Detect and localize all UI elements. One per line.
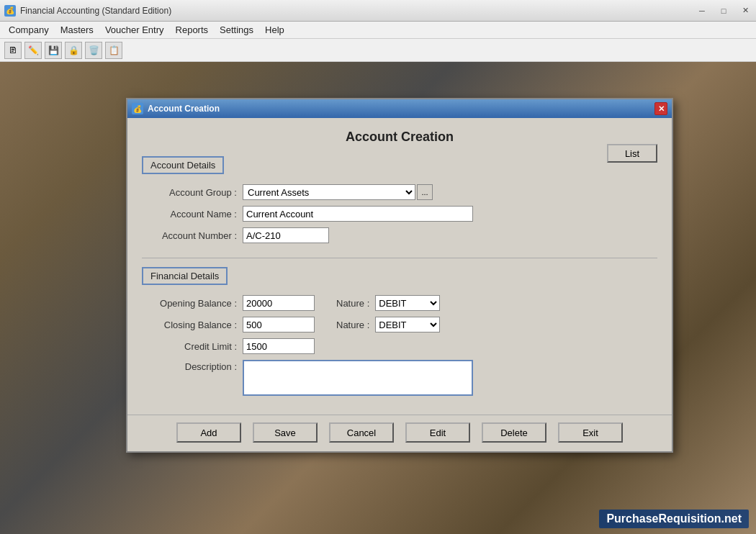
financial-details-form: Opening Balance : Nature : DEBIT CREDIT … (149, 295, 657, 396)
close-app-button[interactable]: ✕ (734, 0, 756, 21)
description-row: Description : (149, 360, 657, 396)
account-group-browse-button[interactable]: ... (417, 184, 433, 200)
app-title: Financial Accounting (Standard Edition) (20, 6, 691, 16)
nature-opening-select[interactable]: DEBIT CREDIT (375, 295, 440, 311)
account-creation-dialog: 💰 Account Creation ✕ Account Creation Li… (126, 98, 673, 453)
closing-balance-input[interactable] (243, 317, 315, 332)
menubar: Company Masters Voucher Entry Reports Se… (0, 22, 756, 39)
account-number-input[interactable] (243, 227, 329, 243)
account-group-select[interactable]: Current Assets Fixed Assets Liabilities … (243, 184, 415, 200)
opening-balance-label: Opening Balance : (149, 298, 243, 309)
account-name-row: Account Name : (149, 206, 657, 222)
exit-button[interactable]: Exit (558, 422, 623, 443)
toolbar-lock[interactable]: 🔒 (65, 42, 82, 59)
titlebar-buttons: ─ □ ✕ (691, 0, 756, 21)
account-group-dropdown-wrapper: Current Assets Fixed Assets Liabilities … (243, 184, 433, 200)
list-button[interactable]: List (607, 144, 657, 163)
credit-limit-row: Credit Limit : (149, 338, 657, 354)
add-button[interactable]: Add (176, 422, 241, 443)
account-group-row: Account Group : Current Assets Fixed Ass… (149, 184, 657, 200)
nature-closing-select[interactable]: DEBIT CREDIT (375, 317, 440, 332)
toolbar-copy[interactable]: 📋 (105, 42, 122, 59)
description-label: Description : (149, 360, 243, 372)
toolbar-new[interactable]: 🖹 (4, 42, 22, 59)
menu-settings[interactable]: Settings (214, 23, 259, 37)
menu-reports[interactable]: Reports (170, 23, 215, 37)
account-number-label: Account Number : (149, 230, 243, 241)
account-name-label: Account Name : (149, 209, 243, 220)
dialog-footer: Add Save Cancel Edit Delete Exit (127, 415, 672, 451)
credit-limit-label: Credit Limit : (149, 341, 243, 352)
account-details-form: Account Group : Current Assets Fixed Ass… (149, 184, 657, 243)
menu-help[interactable]: Help (259, 23, 290, 37)
credit-limit-input[interactable] (243, 338, 315, 354)
menu-voucher-entry[interactable]: Voucher Entry (99, 23, 170, 37)
account-name-input[interactable] (243, 206, 473, 222)
dialog-close-button[interactable]: ✕ (654, 102, 667, 115)
closing-balance-row: Closing Balance : Nature : DEBIT CREDIT (149, 317, 657, 332)
delete-button[interactable]: Delete (482, 422, 546, 443)
dialog-overlay: 💰 Account Creation ✕ Account Creation Li… (0, 62, 756, 534)
app-icon: 💰 (4, 5, 16, 17)
nature-closing-label: Nature : (336, 320, 369, 330)
account-details-header: Account Details (142, 156, 224, 174)
toolbar-edit[interactable]: ✏️ (24, 42, 42, 59)
watermark: PurchaseRequisition.net (599, 510, 749, 528)
titlebar: 💰 Financial Accounting (Standard Edition… (0, 0, 756, 22)
dialog-title: Account Creation (148, 104, 654, 114)
closing-balance-label: Closing Balance : (149, 320, 243, 330)
edit-button[interactable]: Edit (405, 422, 470, 443)
maximize-button[interactable]: □ (713, 0, 734, 21)
account-group-label: Account Group : (149, 187, 243, 198)
save-button[interactable]: Save (253, 422, 318, 443)
cancel-button[interactable]: Cancel (329, 422, 394, 443)
toolbar-save[interactable]: 💾 (45, 42, 62, 59)
section-divider (142, 258, 657, 258)
description-textarea[interactable] (243, 360, 473, 396)
dialog-body: Account Creation List Account Details Ac… (127, 118, 672, 415)
nature-opening-label: Nature : (336, 298, 369, 309)
account-number-row: Account Number : (149, 227, 657, 243)
financial-details-header: Financial Details (142, 267, 228, 285)
dialog-titlebar: 💰 Account Creation ✕ (127, 99, 672, 118)
minimize-button[interactable]: ─ (691, 0, 713, 21)
menu-company[interactable]: Company (3, 23, 55, 37)
dialog-main-title: Account Creation (142, 130, 657, 145)
dialog-icon: 💰 (132, 103, 143, 114)
opening-balance-row: Opening Balance : Nature : DEBIT CREDIT (149, 295, 657, 311)
toolbar: 🖹 ✏️ 💾 🔒 🗑️ 📋 (0, 39, 756, 62)
menu-masters[interactable]: Masters (55, 23, 99, 37)
opening-balance-input[interactable] (243, 295, 315, 311)
toolbar-delete[interactable]: 🗑️ (85, 42, 102, 59)
